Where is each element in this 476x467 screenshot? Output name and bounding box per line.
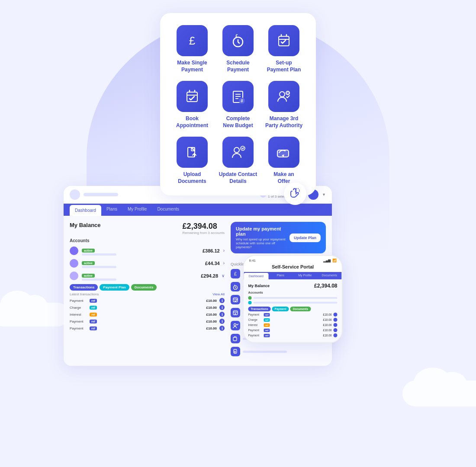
ql-icon-4 xyxy=(231,308,240,317)
mobile-acct-row-2 xyxy=(248,301,338,304)
mobile-tx-label-3: Interest xyxy=(248,323,262,326)
qa-schedule-payment[interactable]: £ SchedulePayment xyxy=(218,25,258,73)
account-chevron-3[interactable]: ∨ xyxy=(222,273,225,278)
book-appointment-label: BookAppointment xyxy=(176,115,208,129)
qa-complete-new-budget[interactable]: # CompleteNew Budget xyxy=(218,81,258,129)
nav-tab-my-profile[interactable]: My Profile xyxy=(122,204,152,216)
mobile-tx-1: Payment ref £10.00 xyxy=(248,313,338,317)
account-badge-3: active xyxy=(82,274,95,278)
mobile-tx-5: Payment ref £10.00 xyxy=(248,333,338,337)
mobile-tx-dot-2 xyxy=(334,318,338,322)
upload-documents-icon xyxy=(177,137,208,168)
setup-payment-plan-label: Set-upPayment Plan xyxy=(267,60,301,73)
banner-title: Update my payment plan xyxy=(236,226,289,237)
logo-circle xyxy=(70,189,80,200)
mobile-acct-dot-2 xyxy=(248,301,252,304)
mobile-balance-amount: £2,394.08 xyxy=(314,283,337,289)
mobile-nav-profile[interactable]: My Profile xyxy=(293,272,318,279)
mobile-tab-documents[interactable]: Documents xyxy=(290,307,311,311)
qa-make-offer[interactable]: Make anOffer xyxy=(264,137,304,185)
tx-badge-4: ref xyxy=(90,320,97,323)
book-appointment-icon xyxy=(177,81,208,112)
svg-point-22 xyxy=(234,147,239,153)
svg-point-18 xyxy=(286,91,289,95)
account-badge-1: active xyxy=(82,249,95,253)
signal-bars: ▂▄▆ xyxy=(323,259,331,262)
account-chevron-2[interactable]: › xyxy=(223,261,225,265)
svg-rect-3 xyxy=(279,36,289,46)
mobile-tx-badge-1: ref xyxy=(264,313,270,317)
ql-icon-2: £ xyxy=(231,282,240,291)
nav-tab-plans[interactable]: Plans xyxy=(101,204,122,216)
make-single-payment-label: Make SinglePayment xyxy=(177,60,207,73)
tx-badge-5: ref xyxy=(90,326,97,330)
account-line-1 xyxy=(82,253,116,256)
mobile-tx-amount-1: £10.00 xyxy=(323,313,332,316)
tx-amount-2: £10.00 xyxy=(206,306,217,310)
qa-upload-documents[interactable]: UploadDocuments xyxy=(172,137,212,185)
mobile-accounts-label: Accounts xyxy=(248,291,338,294)
qa-make-single-payment[interactable]: £ Make SinglePayment xyxy=(172,25,212,73)
account-row-3: active £294.28 ∨ xyxy=(70,271,225,281)
mobile-tx-label-5: Payment xyxy=(248,334,262,337)
mobile-nav-plans[interactable]: Plans xyxy=(268,272,293,279)
mobile-tx-badge-5: ref xyxy=(264,334,270,337)
tx-row-4: Payment ref £10.00 ℹ xyxy=(70,319,225,324)
complete-new-budget-icon: # xyxy=(222,81,254,112)
complete-new-budget-label: CompleteNew Budget xyxy=(223,115,253,129)
mobile-tx-badge-4: ref xyxy=(264,329,270,332)
tx-row-3: Interest ref £10.00 ℹ xyxy=(70,312,225,317)
account-dot-2 xyxy=(70,259,78,268)
mobile-nav-dashboard[interactable]: Dashboard xyxy=(244,273,269,279)
mobile-tx-dot-5 xyxy=(334,333,338,337)
tx-badge-1: ref xyxy=(90,299,97,303)
make-offer-icon xyxy=(268,137,299,168)
manage-3rd-party-icon xyxy=(268,81,299,112)
touch-cursor-icon xyxy=(284,182,306,205)
svg-text:£: £ xyxy=(235,33,238,38)
mobile-status-bar: 8:41 ▂▄▆ 📶 xyxy=(244,256,342,262)
account-badge-2: active xyxy=(82,261,95,265)
account-amount-2: £44.34 xyxy=(205,261,220,266)
avatar-chevron: ▼ xyxy=(322,192,326,197)
cloud-right xyxy=(402,381,476,406)
tab-documents[interactable]: Documents xyxy=(131,284,157,291)
mobile-acct-row-1 xyxy=(248,296,338,300)
transactions-header: Latest transactions View All xyxy=(70,292,225,296)
update-plan-button[interactable]: Update Plan xyxy=(289,234,321,242)
qa-book-appointment[interactable]: BookAppointment xyxy=(172,81,212,129)
mobile-tx-badge-2: ref xyxy=(264,318,270,322)
mobile-tx-amount-3: £10.00 xyxy=(323,323,332,326)
update-plan-banner: Update my payment plan Why not speed up … xyxy=(231,222,326,253)
mobile-tab-transactions[interactable]: Transactions xyxy=(248,307,271,311)
account-chevron-1[interactable]: › xyxy=(223,248,225,253)
mobile-nav-documents[interactable]: Documents xyxy=(317,272,342,279)
qa-manage-3rd-party[interactable]: Manage 3rdParty Authority xyxy=(264,81,304,129)
view-all-link[interactable]: View All xyxy=(212,292,225,296)
cloud-left xyxy=(0,303,69,326)
ql-icon-7 xyxy=(231,347,240,356)
svg-text:£: £ xyxy=(189,34,196,47)
qa-setup-payment-plan[interactable]: Set-upPayment Plan xyxy=(264,25,304,73)
svg-text:£: £ xyxy=(234,284,235,287)
tx-icon-4: ℹ xyxy=(219,319,225,324)
account-dot-1 xyxy=(70,246,78,255)
nav-tab-documents[interactable]: Documents xyxy=(152,204,184,216)
make-single-payment-icon: £ xyxy=(177,25,208,56)
balance-sub: Remaining from 3 accounts xyxy=(183,231,225,235)
ql-icon-6 xyxy=(231,334,240,343)
account-row-2: active £44.34 › xyxy=(70,258,225,268)
mobile-tab-payment[interactable]: Payment xyxy=(272,307,289,311)
schedule-payment-label: SchedulePayment xyxy=(226,60,249,73)
account-line-2 xyxy=(82,266,116,268)
tab-payment-plan[interactable]: Payment Plan xyxy=(100,284,129,291)
mobile-time: 8:41 xyxy=(249,259,256,262)
tab-transactions[interactable]: Transactions xyxy=(70,284,98,291)
qa-update-contact[interactable]: Update ContactDetails xyxy=(218,137,258,185)
wifi-icon: 📶 xyxy=(332,259,337,262)
nav-tab-dashboard[interactable]: Dashboard xyxy=(70,205,101,216)
ql-item-7[interactable] xyxy=(231,347,287,356)
tx-icon-5: ℹ xyxy=(219,326,225,331)
mobile-balance-row: My Balance £2,394.08 xyxy=(248,283,338,289)
ql-line-7 xyxy=(243,351,287,353)
